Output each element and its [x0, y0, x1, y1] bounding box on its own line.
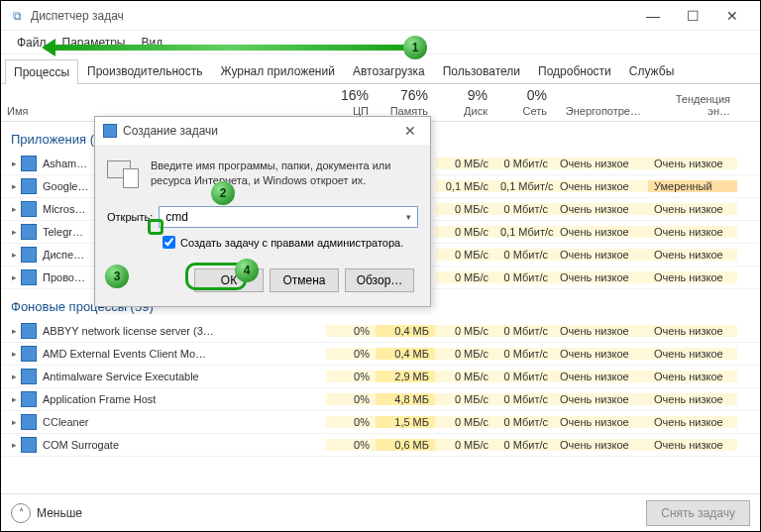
run-icon — [107, 159, 141, 192]
app-icon — [21, 224, 37, 240]
tabs: Процессы Производительность Журнал прило… — [1, 54, 760, 84]
chevron-up-icon: ˄ — [11, 503, 31, 523]
admin-label: Создать задачу с правами администратора. — [180, 237, 403, 249]
table-row[interactable]: ▸COM Surrogate 0% 0,6 МБ 0 МБ/с 0 Мбит/с… — [1, 434, 760, 457]
tab-startup[interactable]: Автозагрузка — [344, 58, 434, 83]
col-trend[interactable]: Тенденция эн… — [648, 91, 737, 121]
open-input[interactable]: cmd ▾ — [159, 206, 418, 228]
browse-button[interactable]: Обзор… — [345, 268, 414, 292]
col-disk[interactable]: 9%Диск — [435, 85, 494, 121]
col-network[interactable]: 0%Сеть — [494, 85, 554, 121]
maximize-button[interactable]: ☐ — [673, 2, 712, 30]
annotation-badge-3: 3 — [105, 265, 129, 288]
annotation-badge-4: 4 — [235, 259, 259, 282]
app-icon — [21, 178, 37, 194]
open-label: Открыть: — [107, 211, 153, 223]
window-title: Диспетчер задач — [31, 9, 633, 23]
app-icon — [21, 437, 37, 453]
tab-performance[interactable]: Производительность — [78, 58, 211, 83]
tab-services[interactable]: Службы — [620, 58, 683, 83]
task-manager-icon: ⧉ — [9, 8, 25, 24]
admin-checkbox[interactable] — [163, 236, 175, 249]
close-button[interactable]: ✕ — [712, 2, 752, 30]
dialog-icon — [103, 124, 117, 138]
table-row[interactable]: ▸AMD External Events Client Mo… 0% 0,4 М… — [1, 343, 760, 366]
app-icon — [21, 247, 37, 263]
dialog-title: Создание задачи — [123, 124, 218, 138]
tab-details[interactable]: Подробности — [529, 58, 620, 83]
end-task-button[interactable]: Снять задачу — [646, 500, 750, 526]
col-energy[interactable]: Энергопотре… — [554, 103, 648, 121]
annotation-arrow — [45, 45, 413, 51]
table-row[interactable]: ▸Antimalware Service Executable 0% 2,9 М… — [1, 366, 760, 388]
app-icon — [21, 323, 37, 339]
minimize-button[interactable]: — — [633, 2, 673, 30]
table-row[interactable]: ▸CCleaner 0% 1,5 МБ 0 МБ/с 0 Мбит/с Очен… — [1, 411, 760, 434]
create-task-dialog: Создание задачи ✕ Введите имя программы,… — [94, 116, 431, 307]
app-icon — [21, 156, 37, 171]
titlebar: ⧉ Диспетчер задач — ☐ ✕ — [1, 1, 760, 31]
fewer-details-button[interactable]: ˄ Меньше — [11, 503, 82, 523]
app-icon — [21, 369, 37, 384]
app-icon — [21, 346, 37, 362]
annotation-badge-1: 1 — [403, 36, 427, 59]
table-row[interactable]: ▸ABBYY network license server (3… 0% 0,4… — [1, 320, 760, 343]
footer: ˄ Меньше Снять задачу — [1, 493, 760, 531]
app-icon — [21, 391, 37, 407]
dropdown-icon[interactable]: ▾ — [406, 212, 411, 222]
tab-app-history[interactable]: Журнал приложений — [212, 58, 344, 83]
app-icon — [21, 414, 37, 430]
tab-users[interactable]: Пользователи — [434, 58, 529, 83]
table-row[interactable]: ▸Application Frame Host 0% 4,8 МБ 0 МБ/с… — [1, 388, 760, 411]
annotation-badge-2: 2 — [211, 181, 235, 205]
app-icon — [21, 269, 37, 285]
app-icon — [21, 201, 37, 217]
tab-processes[interactable]: Процессы — [5, 59, 78, 84]
menubar: Файл Параметры Вид — [1, 31, 760, 54]
dialog-description: Введите имя программы, папки, документа … — [151, 159, 418, 192]
cancel-button[interactable]: Отмена — [270, 268, 339, 292]
dialog-close-button[interactable]: ✕ — [398, 123, 422, 139]
